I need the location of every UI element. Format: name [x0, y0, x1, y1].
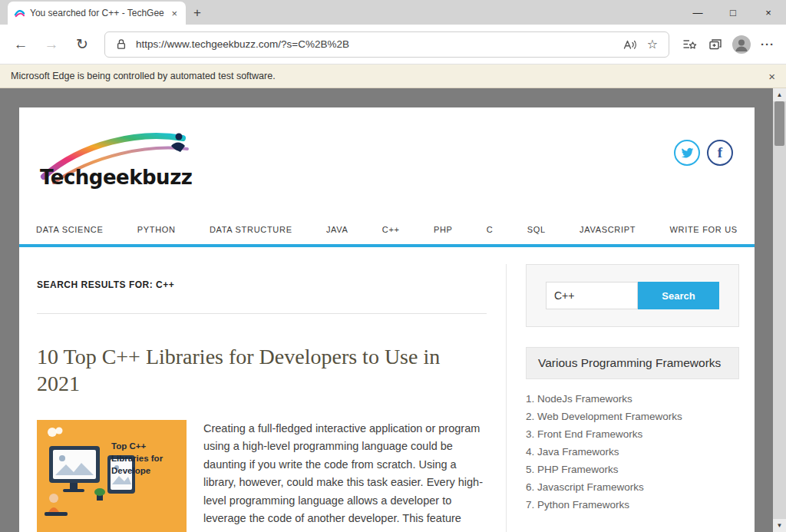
scroll-up-button[interactable]: ▲	[773, 88, 786, 101]
forward-button: →	[38, 31, 64, 58]
article-title-link[interactable]: 10 Top C++ Libraries for Developers to U…	[37, 343, 487, 397]
favorite-star-icon[interactable]: ☆	[644, 36, 661, 53]
nav-item-python[interactable]: PYTHON	[137, 213, 176, 244]
infobar-close-icon[interactable]: ×	[768, 70, 775, 83]
scrollbar-thumb[interactable]	[774, 101, 784, 146]
article-thumbnail[interactable]: Top C++ Libraries for Develope	[37, 420, 187, 532]
sidebar: Search Various Programming Frameworks 1.…	[526, 264, 739, 532]
tab-favicon	[14, 8, 25, 19]
framework-link-webdev[interactable]: 2. Web Development Frameworks	[526, 411, 739, 422]
close-window-button[interactable]: ×	[751, 0, 786, 25]
facebook-glyph: f	[718, 144, 722, 161]
nav-item-php[interactable]: PHP	[434, 213, 453, 244]
article-excerpt: Creating a full-fledged interactive appl…	[203, 420, 487, 532]
address-bar[interactable]: https://www.techgeekbuzz.com/?s=C%2B%2B …	[104, 31, 669, 58]
frameworks-list: 1. NodeJs Frameworks 2. Web Development …	[526, 393, 739, 511]
nav-item-write-for-us[interactable]: WRITE FOR US	[669, 213, 737, 244]
more-glyph: ···	[761, 38, 774, 51]
back-button[interactable]: ←	[8, 31, 34, 58]
nav-item-c[interactable]: C	[487, 213, 494, 244]
collections-icon[interactable]	[705, 34, 726, 55]
window-controls: — □ ×	[680, 0, 786, 25]
browser-toolbar: ← → ↻ https://www.techgeekbuzz.com/?s=C%…	[0, 25, 786, 64]
tab-title: You searched for C++ - TechGee	[30, 8, 164, 18]
framework-link-frontend[interactable]: 3. Front End Frameworks	[526, 428, 739, 440]
automation-infobar: Microsoft Edge is being controlled by au…	[0, 64, 786, 88]
browser-tab[interactable]: You searched for C++ - TechGee ×	[8, 2, 186, 25]
url-text: https://www.techgeekbuzz.com/?s=C%2B%2B	[136, 38, 615, 50]
scroll-down-button[interactable]: ▼	[773, 519, 786, 532]
browser-titlebar: You searched for C++ - TechGee × + — □ ×	[0, 0, 786, 25]
refresh-button[interactable]: ↻	[69, 31, 95, 58]
nav-item-java[interactable]: JAVA	[326, 213, 348, 244]
facebook-icon[interactable]: f	[707, 140, 733, 166]
twitter-icon[interactable]	[674, 140, 700, 166]
site-header: Techgeekbuzz f	[19, 107, 755, 213]
nav-item-javascript[interactable]: JAVASCRIPT	[580, 213, 636, 244]
social-links: f	[674, 140, 733, 166]
framework-link-java[interactable]: 4. Java Frameworks	[526, 446, 739, 458]
thumbnail-caption: Top C++ Libraries for Develope	[111, 440, 184, 477]
settings-more-icon[interactable]: ···	[757, 34, 778, 55]
content-area: SEARCH RESULTS FOR: C++ 10 Top C++ Libra…	[19, 247, 755, 532]
minimize-button[interactable]: —	[680, 0, 715, 25]
main-navigation: DATA SCIENCE PYTHON DATA STRUCTURE JAVA …	[19, 213, 755, 247]
logo-text: Techgeekbuzz	[40, 166, 192, 189]
page-scrollbar[interactable]: ▲ ▼	[773, 88, 786, 532]
nav-item-data-structure[interactable]: DATA STRUCTURE	[210, 213, 292, 244]
lock-icon[interactable]	[113, 36, 130, 53]
site-logo[interactable]: Techgeekbuzz	[40, 129, 193, 197]
infobar-message: Microsoft Edge is being controlled by au…	[11, 71, 768, 81]
framework-link-php[interactable]: 5. PHP Frameworks	[526, 464, 739, 475]
sidebar-search-form: Search	[526, 264, 739, 327]
avatar-icon	[732, 35, 751, 54]
sidebar-search-input[interactable]	[546, 282, 638, 309]
new-tab-button[interactable]: +	[193, 5, 201, 21]
favorites-bar-icon[interactable]	[679, 34, 700, 55]
read-aloud-icon[interactable]	[621, 36, 638, 53]
tab-close-icon[interactable]: ×	[169, 8, 180, 19]
main-column: SEARCH RESULTS FOR: C++ 10 Top C++ Libra…	[35, 264, 507, 532]
framework-link-python[interactable]: 7. Python Frameworks	[526, 499, 739, 511]
nav-item-sql[interactable]: SQL	[527, 213, 546, 244]
nav-item-data-science[interactable]: DATA SCIENCE	[36, 213, 103, 244]
framework-link-javascript[interactable]: 6. Javascript Frameworks	[526, 481, 739, 493]
results-divider	[37, 313, 487, 314]
maximize-button[interactable]: □	[715, 0, 751, 25]
web-page: Techgeekbuzz f DATA SCIENCE PYTHON DATA …	[19, 107, 755, 532]
article-row: Top C++ Libraries for Develope Creating …	[37, 420, 487, 532]
search-results-label: SEARCH RESULTS FOR: C++	[37, 279, 487, 290]
sidebar-search-button[interactable]: Search	[638, 282, 719, 309]
frameworks-widget-title: Various Programming Frameworks	[526, 347, 739, 379]
nav-item-cpp[interactable]: C++	[382, 213, 400, 244]
page-viewport: Techgeekbuzz f DATA SCIENCE PYTHON DATA …	[0, 88, 786, 532]
framework-link-nodejs[interactable]: 1. NodeJs Frameworks	[526, 393, 739, 405]
profile-avatar[interactable]	[731, 34, 752, 55]
